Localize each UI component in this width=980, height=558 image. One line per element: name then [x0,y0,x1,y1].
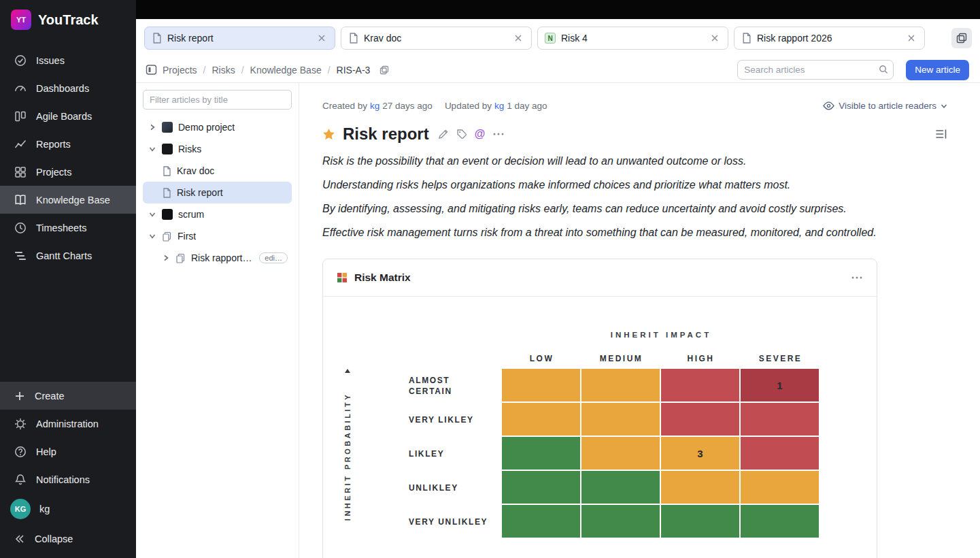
matrix-row: LIKLEY3 [358,437,820,471]
chevron-right-icon[interactable] [148,123,156,131]
widget-title: Risk Matrix [354,272,411,284]
visibility-dropdown[interactable]: Visible to article readers [823,101,947,111]
tab-risk-report[interactable]: Risk report [144,27,335,50]
widget-header: Risk Matrix [323,259,877,297]
board-columns-icon [14,110,27,123]
matrix-cell-green[interactable] [581,505,660,538]
sidebar-item-projects[interactable]: Projects [0,158,136,186]
tag-icon[interactable] [456,129,467,140]
close-icon[interactable] [512,32,524,44]
search-articles [737,60,894,80]
tree-item-risks[interactable]: Risks [143,138,292,160]
matrix-cell-green[interactable] [502,437,580,470]
matrix-cell-green[interactable] [502,505,580,538]
chevron-right-icon[interactable] [162,254,170,262]
chevron-down-icon[interactable] [148,210,156,218]
filter-articles-input[interactable] [143,90,292,110]
matrix-cell-dark_red[interactable]: 1 [741,369,819,401]
tree-item-krav-doc[interactable]: Krav doc [143,160,292,182]
matrix-cell-green[interactable] [581,471,660,504]
article-tree: Demo project Risks Krav doc Risk report [143,116,292,269]
matrix-cell-red[interactable] [741,403,819,436]
tree-item-risk-report[interactable]: Risk report [143,182,292,203]
matrix-cell-green[interactable] [502,471,580,504]
sidebar-item-issues[interactable]: Issues [0,46,136,74]
sidebar-item-agile-boards[interactable]: Agile Boards [0,102,136,130]
youtrack-logo[interactable]: YT YouTrack [0,0,136,41]
sidebar-item-notifications[interactable]: Notifications [0,465,136,493]
risk-matrix-widget-icon [337,272,348,283]
star-icon[interactable] [322,128,335,140]
breadcrumb-projects[interactable]: Projects [163,65,197,76]
close-icon[interactable] [316,32,328,44]
stacked-articles-icon [175,253,186,263]
matrix-cell-green[interactable] [741,505,819,538]
matrix-cell-red[interactable] [741,437,819,470]
sidebar-item-knowledge-base[interactable]: Knowledge Base [0,186,136,214]
matrix-cell-red[interactable] [661,369,739,401]
matrix-cell-orange[interactable] [581,369,660,401]
matrix-cell-orange[interactable]: 3 [661,437,739,470]
user-menu[interactable]: KG kg [0,493,136,525]
tree-item-first[interactable]: First [143,225,292,247]
close-icon[interactable] [709,32,721,44]
chevron-down-icon[interactable] [148,232,156,240]
created-user-link[interactable]: kg [370,101,379,111]
stacked-pages-icon [956,33,967,44]
matrix-row-label: VERY UNLIKLEY [358,505,502,539]
matrix-cell-orange[interactable] [741,471,819,504]
search-icon[interactable] [879,65,888,77]
widget-more-icon[interactable] [851,276,863,280]
matrix-cell-orange[interactable] [581,403,660,436]
sidebar-item-timesheets[interactable]: Timesheets [0,214,136,242]
search-articles-input[interactable] [737,60,894,80]
matrix-cell-orange[interactable] [502,369,580,401]
double-chevron-left-icon [14,533,26,545]
tree-item-risk-rapport[interactable]: Risk rapport … edi… [143,247,292,269]
more-actions-icon[interactable] [492,132,505,136]
breadcrumb-row: Projects Risks Knowledge Base RIS-A-3 Ne… [136,57,980,83]
mention-icon[interactable] [475,128,486,140]
matrix-cell-red[interactable] [661,403,739,436]
breadcrumb-knowledge-base[interactable]: Knowledge Base [235,65,322,76]
create-button[interactable]: Create [0,382,136,410]
collapse-label: Collapse [35,534,73,544]
close-icon[interactable] [905,32,917,44]
sidebar-item-help[interactable]: Help [0,438,136,465]
chevron-down-icon[interactable] [148,145,156,153]
breadcrumb-article-id[interactable]: RIS-A-3 [322,65,371,76]
collapse-sidebar-button[interactable]: Collapse [0,525,136,553]
main-column: Risk report Krav doc N Risk 4 Risk rappo… [136,0,980,558]
tab-krav-doc[interactable]: Krav doc [341,27,532,50]
gauge-icon [14,82,27,95]
breadcrumb-risks[interactable]: Risks [197,65,235,76]
created-ago: 27 days ago [382,101,433,111]
tab-risk-rapport-2026[interactable]: Risk rapport 2026 [734,27,925,50]
sidebar-item-administration[interactable]: Administration [0,410,136,438]
copy-id-icon[interactable] [379,65,389,75]
matrix-cell-orange[interactable] [661,471,739,504]
matrix-row-label: ALMOST CERTAIN [358,369,502,403]
tree-item-demo-project[interactable]: Demo project [143,116,292,138]
matrix-cell-orange[interactable] [502,403,580,436]
tree-item-scrum[interactable]: scrum [143,203,292,225]
table-of-contents-icon[interactable] [935,129,947,140]
sidebar-item-gantt-charts[interactable]: Gantt Charts [0,242,136,269]
created-meta: Created by kg 27 days ago [322,101,433,111]
matrix-cell-green[interactable] [661,505,739,538]
sidebar-item-reports[interactable]: Reports [0,130,136,158]
stacked-articles-icon [162,231,172,242]
new-article-button[interactable]: New article [906,60,969,80]
tab-label: Risk rapport 2026 [757,33,900,44]
updated-user-link[interactable]: kg [494,101,504,111]
book-icon [14,193,27,207]
top-strip [136,0,980,19]
gantt-bars-icon [14,249,27,263]
edit-pencil-icon[interactable] [438,129,449,140]
matrix-cell-orange[interactable] [581,437,660,470]
sidebar-item-dashboards[interactable]: Dashboards [0,74,136,102]
tab-risk-4[interactable]: N Risk 4 [537,27,728,50]
tab-list-button[interactable] [951,28,972,48]
y-axis: INHERIT PROBABILITY [337,369,358,539]
user-avatar: KG [10,499,31,519]
